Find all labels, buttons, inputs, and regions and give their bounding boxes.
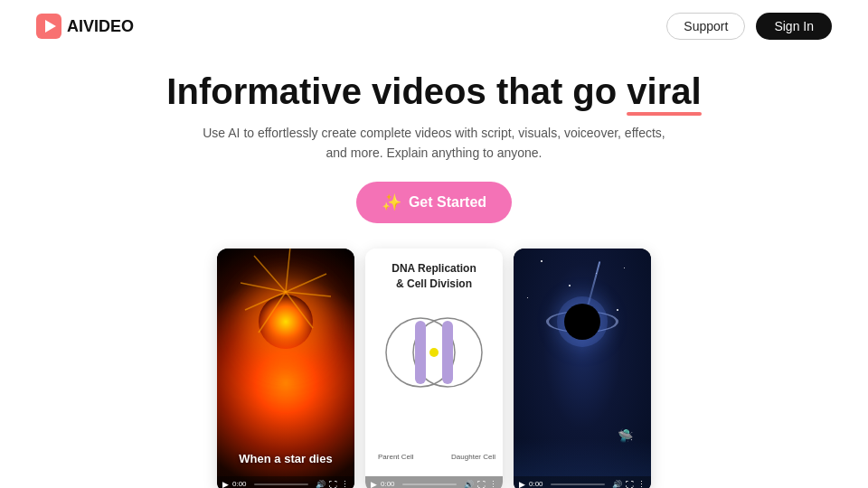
cta-button[interactable]: ✨ Get Started <box>356 182 512 223</box>
daughter-cell-label: Daughter Cell <box>451 453 495 461</box>
video-card-star[interactable]: When a star dies ▶ 0:00 🔊 ⛶ ⋮ <box>217 249 354 488</box>
hero-title-highlight: viral <box>627 70 701 112</box>
signin-button[interactable]: Sign In <box>756 13 832 40</box>
satellite-icon: 🛸 <box>618 428 633 443</box>
nav-right: Support Sign In <box>666 13 832 40</box>
dna-video-controls[interactable]: ▶ 0:00 🔊 ⛶ ⋮ <box>365 476 503 488</box>
cta-label: Get Started <box>409 194 486 211</box>
hero-subtitle: Use AI to effortlessly create complete v… <box>36 123 832 164</box>
volume-icon-bh: 🔊 <box>612 480 622 488</box>
time-bh: 0:00 <box>529 480 543 488</box>
svg-line-3 <box>286 292 331 296</box>
logo-icon <box>36 14 61 39</box>
time-dna: 0:00 <box>381 480 395 488</box>
svg-point-14 <box>429 348 439 357</box>
more-icon-bh: ⋮ <box>637 480 646 488</box>
video-card-blackhole[interactable]: 🛸 ▶ 0:00 🔊 ⛶ ⋮ <box>514 249 651 488</box>
star-rays <box>241 249 331 338</box>
hero-subtitle-line2: and more. Explain anything to anyone. <box>326 145 542 160</box>
fullscreen-icon-star: ⛶ <box>329 480 337 488</box>
blackhole-hole <box>564 304 600 340</box>
svg-line-4 <box>286 292 313 328</box>
fullscreen-icon-bh: ⛶ <box>626 480 634 488</box>
star-card-label: When a star dies <box>217 452 354 465</box>
bh-video-controls[interactable]: ▶ 0:00 🔊 ⛶ ⋮ <box>514 476 651 488</box>
svg-rect-13 <box>442 321 453 384</box>
volume-icon-dna: 🔊 <box>464 480 474 488</box>
dna-title-line1: DNA Replication <box>392 262 476 275</box>
card-inner-dna: DNA Replication & Cell Division Parent C… <box>365 249 503 488</box>
star-video-controls[interactable]: ▶ 0:00 🔊 ⛶ ⋮ <box>217 476 354 488</box>
play-icon-dna: ▶ <box>371 480 377 488</box>
logo: AIVIDEO <box>36 14 134 39</box>
more-icon-dna: ⋮ <box>489 480 497 488</box>
hero-subtitle-line1: Use AI to effortlessly create complete v… <box>203 126 665 140</box>
video-row-1: When a star dies ▶ 0:00 🔊 ⛶ ⋮ DNA Replic… <box>0 239 868 488</box>
time-star: 0:00 <box>232 480 247 488</box>
card-inner-star: When a star dies ▶ 0:00 🔊 ⛶ ⋮ <box>217 249 354 488</box>
dna-title-line2: & Cell Division <box>396 277 472 290</box>
progress-bh <box>551 483 605 485</box>
navbar: AIVIDEO Support Sign In <box>0 0 868 52</box>
video-card-dna[interactable]: DNA Replication & Cell Division Parent C… <box>365 249 503 488</box>
play-icon-star: ▶ <box>222 480 229 488</box>
progress-dna <box>402 483 457 485</box>
volume-icon-star: 🔊 <box>316 480 326 488</box>
svg-line-2 <box>286 274 326 292</box>
play-icon-bh: ▶ <box>519 480 525 488</box>
support-button[interactable]: Support <box>666 13 745 40</box>
more-icon-star: ⋮ <box>341 480 349 488</box>
hero-title: Informative videos that go viral <box>166 70 701 112</box>
svg-line-9 <box>286 249 290 293</box>
fullscreen-icon-dna: ⛶ <box>477 480 486 488</box>
svg-rect-12 <box>415 321 426 384</box>
dna-title: DNA Replication & Cell Division <box>365 261 503 292</box>
hero-section: Informative videos that go viral Use AI … <box>0 52 868 239</box>
dna-venn <box>375 294 493 411</box>
progress-star <box>254 483 308 485</box>
parent-cell-label: Parent Cell <box>378 453 414 461</box>
brand-name: AIVIDEO <box>67 17 134 36</box>
hero-title-part1: Informative videos that go <box>166 71 627 111</box>
sparkle-icon: ✨ <box>382 192 401 212</box>
card-inner-blackhole: 🛸 ▶ 0:00 🔊 ⛶ ⋮ <box>514 249 651 488</box>
